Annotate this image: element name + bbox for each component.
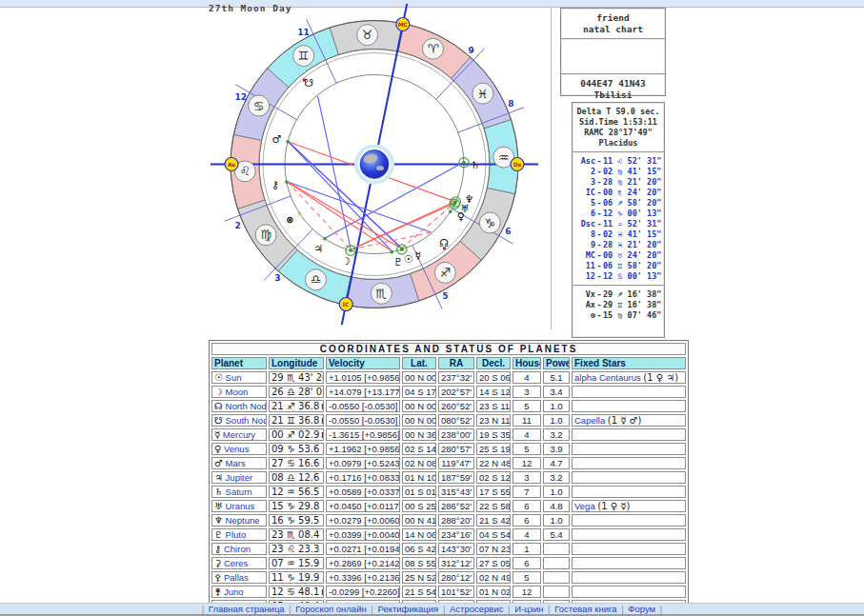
earth-icon — [360, 150, 389, 179]
column-header-velocity: Velocity — [326, 357, 400, 369]
planet-link[interactable]: Mars — [226, 458, 246, 468]
sign-glyph-sagittarius: ♐ — [439, 266, 451, 280]
planet-link[interactable]: Saturn — [226, 487, 252, 497]
fixed-star-cell — [572, 528, 686, 541]
footer-link-7[interactable]: Форум — [628, 604, 655, 614]
planet-link[interactable]: North Node — [226, 401, 267, 411]
planet-dot-saturn — [462, 161, 465, 164]
planet-cell: ⚴ Pallas — [211, 571, 267, 584]
planet-glyph-jupiter: ♃ — [313, 243, 323, 255]
lat-cell: 00 N 36 — [402, 428, 436, 441]
power-cell: 5.1 — [543, 371, 570, 384]
table-row-sun: ☉ Sun29 ♏ 43' 20"+1.0105 [+0.9856]00 N 0… — [211, 371, 686, 384]
house-cusp-8: 8-02 ♓ 41' 15" — [573, 229, 664, 240]
planet-link[interactable]: Chiron — [224, 544, 251, 554]
fixed-star-link[interactable]: Capella — [574, 415, 605, 426]
longitude-cell: 21 ♊ 36.8R — [269, 414, 324, 427]
planet-link[interactable]: Pluto — [226, 529, 247, 540]
longitude-cell: 27 ♋ 16.6 — [269, 457, 324, 469]
decl-cell: 23 N 11 — [476, 414, 511, 427]
planet-link[interactable]: Venus — [224, 444, 249, 454]
planet-glyph: ☽ — [214, 387, 223, 397]
angle-marker-label-IC: IC — [343, 301, 350, 308]
column-header-lat-: Lat. — [402, 357, 436, 369]
fixed-star-cell — [572, 514, 686, 527]
planet-glyph: ♀ — [214, 444, 221, 454]
sign-glyph-virgo: ♍ — [260, 228, 271, 242]
house-cusp-list: Asc-11 ♌ 52' 31"2-02 ♍ 41' 15"3-28 ♍ 21'… — [573, 156, 664, 282]
house-cell: 4 — [512, 371, 541, 384]
footer-link-1[interactable]: Главная страница — [209, 604, 285, 614]
lat-cell: 01 N 10 — [402, 471, 436, 484]
planet-glyph-mars: ♂ — [271, 133, 281, 146]
fixed-star-cell: Capella (1 ☿ ♂) — [572, 414, 686, 427]
planet-glyph: ☿ — [214, 429, 220, 440]
lat-cell: 02 S 14 — [402, 443, 436, 455]
planet-link[interactable]: Juno — [224, 586, 244, 597]
power-cell: 1.0 — [543, 414, 570, 427]
planet-link[interactable]: Sun — [226, 372, 242, 383]
house-system: Placidus — [573, 138, 664, 149]
planet-link[interactable]: Ceres — [224, 558, 248, 568]
longitude-cell: 16 ♑ 59.5 — [269, 514, 324, 527]
longitude-cell: 12 ♒ 56.5 — [269, 486, 324, 498]
fixed-star-cell — [572, 586, 686, 598]
planet-link[interactable]: Jupiter — [226, 472, 253, 483]
house-cusp-12: 12-12 ♋ 00' 13" — [573, 271, 664, 282]
decl-cell: 04 S 54 — [476, 528, 511, 541]
planet-glyph: ⚵ — [214, 586, 221, 597]
house-cell: 5 — [512, 571, 541, 584]
velocity-cell: -0.0299 [+0.2260] — [326, 586, 400, 598]
house-cusp-5: 5-06 ♐ 58' 20" — [573, 198, 664, 209]
table-row-neptune: ♆ Neptune16 ♑ 59.5+0.0279 [+0.0060]00 N … — [211, 514, 686, 527]
planet-glyph: ⚳ — [214, 558, 221, 568]
vertical-divider — [551, 8, 552, 329]
earth-continent — [376, 166, 384, 170]
planet-link[interactable]: South Node — [226, 415, 267, 426]
planet-dot-pluto — [391, 250, 393, 253]
planet-glyph: ♅ — [214, 501, 223, 511]
planet-dot-jupiter — [323, 237, 326, 240]
lat-cell: 01 S 01 — [402, 486, 436, 498]
velocity-cell: +0.2869 [+0.2142] — [326, 557, 400, 569]
longitude-cell: 11 ♑ 19.9 — [269, 571, 324, 584]
footer-link-4[interactable]: Астросервис — [450, 604, 503, 614]
power-cell: 5.4 — [543, 528, 570, 541]
fixed-star-link[interactable]: Vega — [574, 501, 595, 511]
planet-link[interactable]: Uranus — [226, 501, 255, 511]
planet-link[interactable]: Moon — [226, 387, 249, 397]
planet-link[interactable]: Mercury — [223, 429, 255, 440]
velocity-cell: +0.0589 [+0.0337] — [326, 486, 400, 498]
angle-marker-label-Ds: Ds — [513, 161, 522, 168]
house-cell: 3 — [512, 471, 541, 484]
planet-glyph-saturn: ♄ — [471, 159, 480, 171]
planet-glyph: ♇ — [214, 529, 223, 540]
footer-link-3[interactable]: Ректификация — [377, 604, 438, 614]
planet-cell: ⚷ Chiron — [211, 543, 267, 555]
lat-cell: 06 S 42 — [402, 543, 436, 555]
velocity-cell: +0.1716 [+0.0833] — [326, 471, 400, 484]
house-cell: 1 — [512, 543, 541, 555]
table-row-saturn: ♄ Saturn12 ♒ 56.5+0.0589 [+0.0337]01 S 0… — [211, 486, 686, 498]
longitude-cell: 09 ♑ 53.6 — [269, 443, 324, 455]
footer-link-6[interactable]: Гостевая книга — [554, 604, 616, 614]
sign-glyph-scorpio: ♏ — [376, 287, 388, 301]
planet-link[interactable]: Pallas — [224, 572, 249, 583]
sign-glyph-aquarius: ♒ — [498, 150, 510, 165]
planet-glyph: ☉ — [214, 372, 223, 383]
planet-cell: ♇ Pluto — [211, 528, 267, 541]
footer-link-2[interactable]: Гороскоп онлайн — [295, 604, 366, 614]
ra-cell: 237°32' — [438, 371, 474, 384]
power-cell: 3.2 — [543, 428, 570, 441]
lat-cell: 04 S 17 — [402, 386, 436, 398]
velocity-cell: +0.0979 [+0.5243] — [326, 457, 400, 469]
house-number-11: 11 — [297, 28, 310, 37]
lat-cell: 00 N 00 — [402, 371, 436, 384]
planet-link[interactable]: Neptune — [226, 515, 260, 526]
velocity-cell: +14.079 [+13.177] — [326, 386, 400, 398]
fixed-star-link[interactable]: alpha Centaurus — [574, 372, 641, 383]
power-cell: 3.9 — [543, 443, 570, 455]
planets-table: COORDINATES AND STATUS OF PLANETSPlanetL… — [209, 340, 689, 615]
footer-link-5[interactable]: И-цзин — [514, 604, 543, 614]
planet-dot-chiron — [285, 181, 288, 184]
